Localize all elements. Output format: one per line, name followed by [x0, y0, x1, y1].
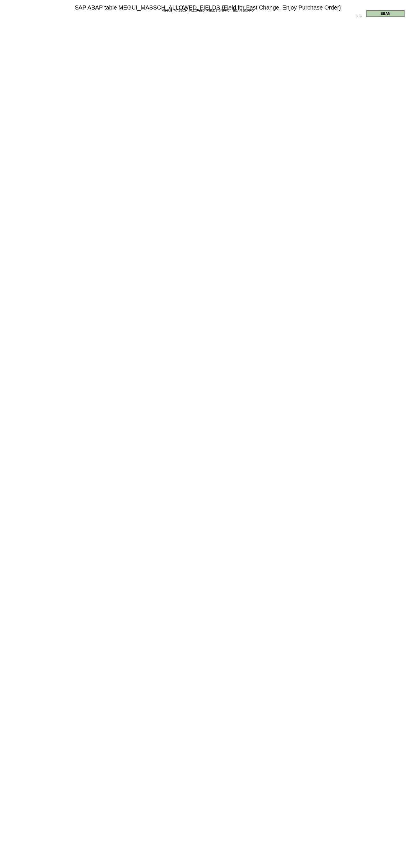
relationship-label: MEGUI_MASSCH_ALLOWED_FIELDS-BNFPO = EBAN…	[162, 9, 253, 12]
ref-table-eban: EBANMANDT [CLNT (3)]BANFN [CHAR (10)]BNF…	[367, 10, 405, 17]
cardinality-label: 1..N	[356, 16, 362, 17]
ref-table-header: EBAN	[367, 11, 404, 17]
